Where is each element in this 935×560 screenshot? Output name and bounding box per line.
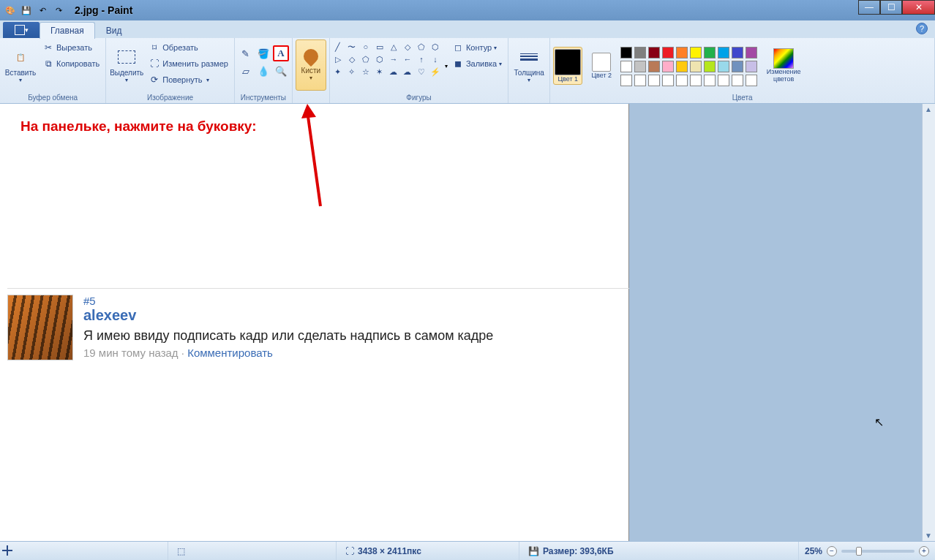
empty-swatch[interactable] [620,75,632,86]
copy-button[interactable]: ⧉Копировать [40,56,102,72]
color-swatch[interactable] [704,47,716,58]
color-swatch[interactable] [732,61,743,72]
statusbar: ⬚ ⛶3438 × 2411пкс 💾Размер: 393,6КБ 25% −… [0,541,935,560]
group-colors: Цвет 1 Цвет 2 Изменение цветов Цвета [550,38,935,103]
brushes-button[interactable]: Кисти ▾ [296,39,326,91]
outline-icon: ◻ [452,42,464,53]
tab-view[interactable]: Вид [95,22,133,39]
redo-icon[interactable]: ↷ [51,3,66,18]
color-swatch[interactable] [746,61,757,72]
maximize-button[interactable]: ☐ [880,0,902,15]
fill-button[interactable]: ◼Заливка▾ [449,56,505,72]
selection-icon: ⬚ [177,546,185,556]
forum-post: #5 alexeev Я имею ввиду подписать кадр и… [7,288,629,366]
resize-button[interactable]: ⛶Изменить размер [146,56,231,72]
empty-swatch[interactable] [746,75,757,86]
zoom-control: 25% − + [799,546,935,556]
empty-swatch[interactable] [662,75,674,86]
rotate-icon: ⟳ [149,74,160,86]
empty-swatch[interactable] [676,75,688,86]
color-swatch[interactable] [662,47,674,58]
color-swatch[interactable] [690,47,702,58]
color2-button[interactable]: Цвет 2 [587,53,616,79]
thickness-button[interactable]: Толщина ▾ [511,39,547,91]
post-text: Я имею ввиду подписать кадр или сделать … [83,328,629,344]
empty-swatch[interactable] [732,75,743,86]
paint-icon[interactable]: 🎨 [3,3,18,18]
color-swatch[interactable] [690,61,702,72]
empty-swatch[interactable] [718,75,729,86]
bucket-tool[interactable]: 🪣 [255,45,271,61]
canvas[interactable]: На панельке, нажмите на буковку: #5 alex… [0,104,629,541]
select-label: Выделить [110,69,143,77]
paste-button[interactable]: 📋 Вставить ▾ [3,39,38,91]
color-swatch[interactable] [676,61,688,72]
window-controls: — ☐ ✕ [858,0,935,15]
color-swatch[interactable] [746,47,757,58]
vertical-scrollbar[interactable] [922,104,935,541]
empty-swatch[interactable] [648,75,660,86]
color-swatch[interactable] [704,61,716,72]
status-dimensions: ⛶3438 × 2411пкс [337,542,519,560]
select-button[interactable]: Выделить ▾ [109,39,144,91]
color-swatch[interactable] [634,47,646,58]
color-swatch[interactable] [732,47,743,58]
empty-swatch[interactable] [704,75,716,86]
save-icon[interactable]: 💾 [19,3,34,18]
ribbon-tabs: ▾ Главная Вид ? [0,20,935,38]
edit-colors-button[interactable]: Изменение цветов [763,48,804,83]
close-button[interactable]: ✕ [902,0,935,15]
color-swatch[interactable] [718,47,729,58]
shapes-gallery[interactable]: ╱〜○▭△◇⬠⬡ ▷◇⬠⬡→←↑↓ ✦✧☆✶☁☁♡⚡ [333,39,443,79]
empty-swatch[interactable] [634,75,646,86]
shapes-group-label: Фигуры [333,92,505,103]
pencil-tool[interactable]: ✎ [238,45,254,61]
comment-link[interactable]: Комментировать [187,347,273,359]
rotate-button[interactable]: ⟳Повернуть▾ [146,72,231,88]
file-tab[interactable]: ▾ [3,22,40,38]
color-swatch[interactable] [662,61,674,72]
outline-button[interactable]: ◻Контур▾ [449,39,505,56]
picker-tool[interactable]: 💧 [255,63,271,79]
color-swatch[interactable] [676,47,688,58]
text-tool[interactable]: A [273,45,289,61]
magnifier-tool[interactable]: 🔍 [273,63,289,79]
color-swatch[interactable] [620,61,632,72]
color-swatch[interactable] [620,47,632,58]
color-swatch[interactable] [648,61,660,72]
tools-label: Инструменты [238,92,289,103]
zoom-in-button[interactable]: + [919,546,929,556]
help-icon[interactable]: ? [916,23,928,34]
dimensions-icon: ⛶ [345,546,354,556]
color-palette[interactable] [620,44,759,88]
zoom-out-button[interactable]: − [827,546,837,556]
brush-icon [301,46,321,67]
clipboard-icon: 📋 [10,47,31,67]
colors-label: Цвета [553,92,931,103]
color-swatch[interactable] [718,61,729,72]
window-title: 2.jpg - Paint [75,4,132,16]
brushes-label: Кисти [301,67,321,75]
color-swatch[interactable] [634,61,646,72]
arrow-annotation [293,104,337,221]
annotation-text: На панельке, нажмите на буковку: [20,118,257,135]
zoom-slider[interactable] [841,550,915,553]
cut-button[interactable]: ✂Вырезать [40,39,102,56]
tab-main[interactable]: Главная [40,22,95,39]
eraser-tool[interactable]: ▱ [238,63,254,79]
group-clipboard: 📋 Вставить ▾ ✂Вырезать ⧉Копировать Буфер… [0,38,106,103]
quick-access-toolbar: 🎨 💾 ↶ ↷ [0,3,66,18]
undo-icon[interactable]: ↶ [35,3,50,18]
fill-icon: ◼ [452,58,464,69]
disk-icon: 💾 [528,546,539,556]
thickness-icon [519,47,539,67]
crop-button[interactable]: ⌑Обрезать [146,39,231,56]
clipboard-label: Буфер обмена [3,92,102,103]
svg-marker-1 [301,104,316,118]
color1-button[interactable]: Цвет 1 [553,47,582,85]
image-label: Изображение [109,92,231,103]
color-swatch[interactable] [648,47,660,58]
workspace[interactable]: На панельке, нажмите на буковку: #5 alex… [0,104,922,541]
empty-swatch[interactable] [690,75,702,86]
minimize-button[interactable]: — [858,0,880,15]
